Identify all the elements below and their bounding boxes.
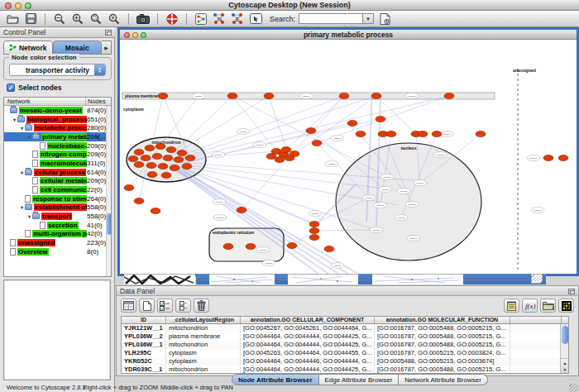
network-node[interactable] (371, 93, 381, 98)
network-node[interactable] (432, 131, 442, 136)
snapshot-camera-icon[interactable] (136, 12, 151, 26)
network-node[interactable] (151, 208, 160, 213)
network-node[interactable] (166, 146, 176, 152)
network-canvas[interactable]: plasma membranecytoplasmmitochondrionnuc… (120, 40, 577, 274)
notepad-icon[interactable] (504, 299, 519, 313)
select-attributes-icon[interactable] (157, 299, 173, 313)
tabs-overflow-arrow[interactable]: ▶ (102, 41, 112, 55)
annotation-icon[interactable] (248, 12, 263, 26)
tree-row[interactable]: multi-organism pro42(0) (4, 230, 111, 239)
tab-network[interactable]: Network (3, 41, 53, 55)
tree-row[interactable]: ▾metabolic process280(0) (4, 123, 111, 132)
table-row[interactable]: YKR052Ccytoplasm[GO:0044464, GO:0044446,… (122, 357, 568, 366)
network-node[interactable] (124, 184, 134, 190)
network-node[interactable] (152, 153, 162, 159)
table-column-header[interactable]: annotation.GO CELLULAR_COMPONENT (241, 317, 375, 323)
table-column-header[interactable]: ID (122, 317, 166, 323)
network-node[interactable] (306, 127, 316, 133)
network-node[interactable] (287, 242, 297, 248)
tree-row[interactable]: Overview8(0) (4, 247, 111, 256)
tree-row[interactable]: macromolecule311(0) (4, 159, 111, 168)
app-resize-grip[interactable] (569, 384, 578, 392)
background-window-resize-grip[interactable] (531, 274, 543, 284)
tree-row[interactable]: nitrogen compou209(0) (4, 150, 111, 159)
network-node[interactable] (146, 162, 156, 168)
network-overview-icon[interactable] (194, 12, 208, 26)
expander-triangle-icon[interactable]: ▾ (19, 170, 25, 175)
zoom-fit-icon[interactable] (107, 12, 122, 26)
expander-triangle-icon[interactable]: ▾ (19, 125, 25, 131)
network-node[interactable] (134, 161, 144, 167)
table-column-header[interactable]: _cellularLayoutRegion (166, 317, 241, 323)
tree-row[interactable]: cell communicat22(0) (4, 185, 111, 194)
network-node[interactable] (163, 155, 173, 160)
network-graph[interactable]: plasma membranecytoplasmmitochondrionnuc… (120, 40, 577, 274)
tree-row[interactable]: response to stimulu264(0) (4, 194, 111, 203)
expander-triangle-icon[interactable]: ▾ (12, 117, 17, 122)
network-node[interactable] (174, 156, 184, 162)
network-node[interactable] (309, 227, 319, 233)
table-row[interactable]: YPL036W__1mitochondrion[GO:0044464, GO:0… (122, 341, 568, 349)
network-node[interactable] (444, 93, 454, 98)
table-scrollbar[interactable]: ▲▼ (560, 324, 568, 373)
network-node[interactable] (558, 155, 568, 160)
table-scrollbar-arrows[interactable]: ▲▼ (561, 358, 569, 373)
open-file-icon[interactable] (5, 12, 20, 26)
search-input[interactable] (299, 13, 363, 24)
network-node[interactable] (128, 155, 138, 161)
tree-row[interactable]: ▾transport558(0) (4, 212, 111, 221)
network-node[interactable] (324, 246, 334, 251)
network-node[interactable] (543, 155, 553, 160)
attribute-doc-icon[interactable] (377, 12, 392, 26)
zoom-out-icon[interactable] (52, 12, 67, 26)
network-node[interactable] (309, 234, 319, 240)
network-node[interactable] (158, 163, 168, 169)
network-node[interactable] (347, 120, 357, 126)
network-node[interactable] (476, 131, 486, 136)
expander-triangle-icon[interactable]: ▾ (19, 204, 25, 210)
network-node[interactable] (227, 93, 237, 98)
network-node[interactable] (386, 131, 396, 136)
expander-triangle-icon[interactable]: ▾ (26, 134, 32, 140)
tree-row[interactable]: unassigned223(0) (4, 238, 111, 247)
network-node[interactable] (145, 145, 155, 151)
tree-row[interactable]: cellular metabol209(0) (4, 177, 111, 186)
search-dropdown-button[interactable]: ▼ (363, 13, 374, 24)
network-node[interactable] (290, 151, 299, 156)
network-node[interactable] (134, 149, 144, 155)
tab-mosaic[interactable]: Mosaic (53, 41, 103, 55)
network-node[interactable] (339, 93, 349, 98)
tree-scrollbar-thumb[interactable] (107, 213, 111, 235)
tree-col-network[interactable]: Network (4, 98, 86, 105)
save-icon[interactable] (23, 12, 38, 26)
help-lifesaver-icon[interactable] (165, 12, 179, 26)
tree-col-nodes[interactable]: Nodes (86, 98, 111, 105)
float-panel-icon[interactable] (568, 289, 575, 294)
network-node[interactable] (246, 243, 256, 249)
function-builder-icon[interactable]: f(x) (522, 299, 538, 313)
heatmap-icon[interactable] (558, 299, 574, 313)
select-nodes-option[interactable]: ✓ Select nodes (7, 84, 61, 92)
attribute-table-icon[interactable] (121, 299, 136, 313)
zoom-selected-icon[interactable] (89, 12, 103, 26)
network-node[interactable] (161, 172, 171, 178)
layout-nodes-icon[interactable]: N (212, 12, 227, 26)
tree-row[interactable]: ▾biological_process651(0) (4, 115, 111, 124)
network-node[interactable] (376, 116, 385, 122)
network-node[interactable] (170, 165, 179, 170)
network-node[interactable] (185, 155, 195, 160)
network-node[interactable] (264, 93, 274, 98)
table-scrollbar-thumb[interactable] (562, 326, 568, 344)
delete-attribute-trash-icon[interactable] (194, 299, 209, 313)
network-node[interactable] (147, 171, 157, 177)
network-node[interactable] (156, 143, 165, 149)
network-node[interactable] (312, 140, 322, 146)
table-row[interactable]: YDR039C__1mitochondrion[GO:0044464, GO:0… (122, 366, 568, 374)
tree-row[interactable]: nucleobase-c209(0) (4, 141, 111, 151)
network-node[interactable] (281, 146, 291, 152)
network-node[interactable] (134, 198, 144, 203)
node-color-dropdown[interactable]: transporter activity ▲▼ (9, 64, 106, 76)
table-column-header[interactable] (510, 317, 562, 323)
zoom-in-icon[interactable] (70, 12, 85, 26)
layout-edges-icon[interactable]: E (230, 12, 245, 26)
